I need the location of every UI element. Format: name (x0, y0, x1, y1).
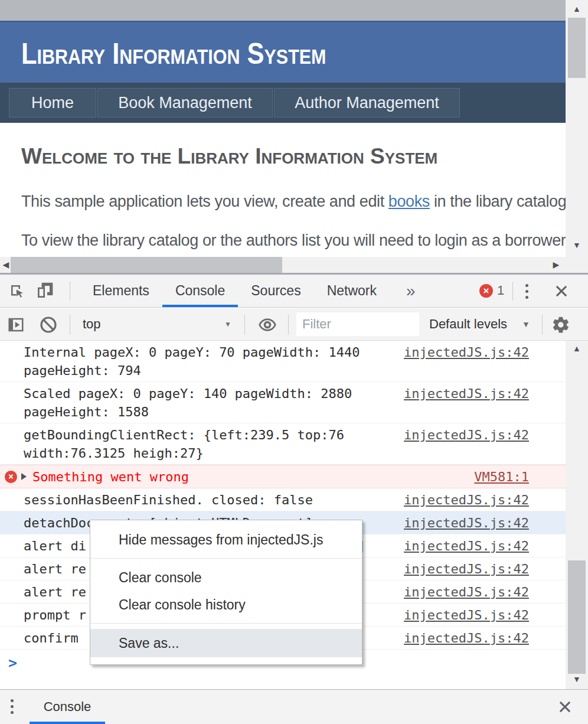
panel-tab-sources[interactable]: Sources (238, 275, 313, 307)
source-link[interactable]: injectedJS.js:42 (404, 560, 529, 578)
drawer-close-icon[interactable] (557, 699, 573, 715)
console-vscroll-thumb[interactable] (568, 560, 586, 674)
site-header: Library Information System (0, 21, 588, 83)
source-link[interactable]: injectedJS.js:42 (404, 491, 529, 509)
context-selector-caret-icon[interactable]: ▼ (224, 320, 231, 328)
page-vscroll-thumb[interactable] (568, 18, 586, 78)
intro-text-after: in the libary catalog and (430, 193, 566, 210)
source-link[interactable]: injectedJS.js:42 (404, 629, 529, 647)
devtools-tabbar: ElementsConsoleSourcesNetwork » × 1 (0, 275, 588, 308)
menu-item-hide-messages-from-injectedjs-js[interactable]: Hide messages from injectedJS.js (90, 526, 362, 553)
error-count: 1 (497, 283, 504, 298)
console-log-row[interactable]: sessionHasBeenFinished. closed: falseinj… (0, 488, 566, 511)
console-log-row[interactable]: Scaled pageX: 0 pageY: 140 pageWidth: 28… (0, 382, 566, 423)
drawer-bar: Console (0, 689, 588, 724)
console-error-row[interactable]: ×Something went wrongVM581:1 (0, 465, 566, 488)
page-top-gray-strip (0, 0, 588, 21)
console-message-text: sessionHasBeenFinished. closed: false (24, 491, 372, 509)
nav-tab-author-management[interactable]: Author Management (274, 88, 460, 118)
page-horizontal-scrollbar[interactable]: ◀ ▶ (0, 257, 566, 273)
drawer-menu-dots-icon[interactable] (11, 699, 14, 714)
console-vertical-scrollbar[interactable]: ▲ ▼ (566, 341, 588, 689)
scroll-left-arrow-icon[interactable]: ◀ (1, 260, 11, 269)
nav-tab-home[interactable]: Home (9, 88, 96, 118)
console-log-row[interactable]: getBoundingClientRect: {left:239.5 top:7… (0, 423, 566, 465)
more-tabs-chevron-icon[interactable]: » (406, 275, 416, 307)
context-menu-items: Hide messages from injectedJS.jsClear co… (90, 526, 362, 657)
nav-tab-book-management[interactable]: Book Management (97, 88, 273, 118)
context-menu: Hide messages from injectedJS.jsClear co… (90, 520, 362, 665)
toolbar-separator-2 (244, 315, 245, 335)
books-link[interactable]: books (388, 193, 430, 210)
devtools-close-icon[interactable] (554, 283, 569, 299)
scroll-up-arrow-icon[interactable]: ▲ (566, 5, 588, 13)
menu-item-save-as[interactable]: Save as... (90, 629, 362, 657)
panel-tab-console[interactable]: Console (162, 275, 238, 307)
scroll-down-arrow-icon[interactable]: ▼ (566, 241, 588, 249)
screen: Library Information System HomeBook Mana… (0, 0, 588, 724)
panel-tab-elements[interactable]: Elements (80, 275, 162, 307)
menu-separator (90, 623, 362, 624)
toolbar-separator (70, 315, 70, 335)
menu-item-clear-console[interactable]: Clear console (90, 564, 362, 591)
toolbar-separator-3 (288, 315, 289, 335)
error-badge-icon[interactable]: × (479, 284, 493, 298)
source-link[interactable]: injectedJS.js:42 (404, 606, 529, 624)
main-nav-tabs: HomeBook ManagementAuthor Management (9, 88, 461, 118)
levels-selector[interactable]: Default levels (429, 317, 507, 332)
source-link[interactable]: injectedJS.js:42 (404, 514, 529, 532)
tabbar-separator (70, 282, 70, 301)
page-vertical-scrollbar[interactable]: ▲ ▼ (566, 0, 588, 257)
error-circle-icon: × (5, 471, 17, 483)
drawer-console-tab[interactable]: Console (30, 690, 105, 724)
console-scroll-up-icon[interactable]: ▲ (566, 344, 588, 353)
toolbar-separator-4 (542, 315, 543, 335)
expand-triangle-icon[interactable] (21, 473, 27, 480)
clear-console-icon[interactable] (39, 315, 58, 334)
devtools-panel-tabs: ElementsConsoleSourcesNetwork (80, 275, 390, 307)
live-expression-eye-icon[interactable] (257, 315, 277, 334)
device-toolbar-icon[interactable] (35, 281, 54, 300)
page-hscroll-thumb[interactable] (11, 257, 282, 273)
console-toolbar: top ▼ Default levels ▼ (0, 308, 588, 341)
source-link[interactable]: injectedJS.js:42 (404, 384, 529, 403)
console-message-text: Internal pageX: 0 pageY: 70 pageWidth: 1… (24, 343, 372, 380)
menu-separator (90, 558, 362, 559)
devtools-menu-dots-icon[interactable] (525, 284, 528, 299)
menu-item-clear-console-history[interactable]: Clear console history (90, 591, 362, 618)
filter-input[interactable] (296, 312, 419, 336)
page-content: Welcome to the Library Information Syste… (0, 123, 566, 257)
panel-tab-network[interactable]: Network (314, 275, 390, 307)
source-link[interactable]: injectedJS.js:42 (404, 426, 529, 444)
source-link[interactable]: VM581:1 (474, 468, 529, 486)
inspect-icon[interactable] (8, 282, 26, 300)
login-paragraph: To view the library catalog or the autho… (21, 231, 566, 250)
context-selector[interactable]: top (83, 317, 101, 332)
site-nav: HomeBook ManagementAuthor Management (0, 83, 588, 123)
console-message-text: Something went wrong (32, 468, 381, 486)
levels-caret-icon[interactable]: ▼ (522, 319, 530, 329)
scrollbar-corner (566, 257, 588, 273)
console-message-text: getBoundingClientRect: {left:239.5 top:7… (24, 426, 372, 462)
site-title: Library Information System (21, 37, 326, 71)
intro-paragraph: This sample application lets you view, c… (21, 193, 566, 211)
settings-gear-icon[interactable] (551, 315, 570, 334)
console-log-row[interactable]: Internal pageX: 0 pageY: 70 pageWidth: 1… (0, 341, 566, 382)
source-link[interactable]: injectedJS.js:42 (404, 583, 529, 601)
sidebar-toggle-icon[interactable] (7, 316, 25, 334)
source-link[interactable]: injectedJS.js:42 (404, 537, 529, 555)
source-link[interactable]: injectedJS.js:42 (404, 343, 529, 361)
scroll-right-arrow-icon[interactable]: ▶ (551, 260, 561, 269)
tabbar-separator-2 (512, 282, 513, 301)
page-heading: Welcome to the Library Information Syste… (21, 144, 437, 169)
intro-text-before: This sample application lets you view, c… (21, 193, 388, 210)
console-scroll-down-icon[interactable]: ▼ (566, 675, 588, 683)
console-message-text: Scaled pageX: 0 pageY: 140 pageWidth: 28… (24, 384, 372, 421)
